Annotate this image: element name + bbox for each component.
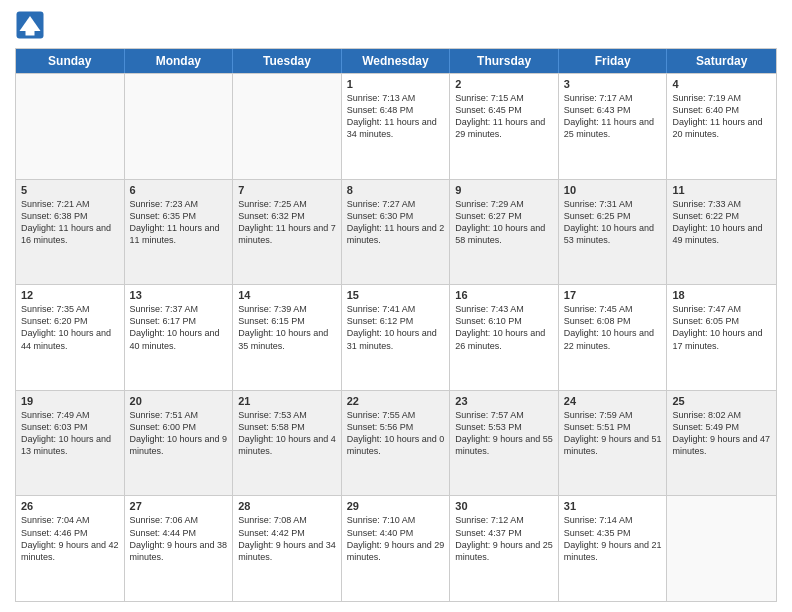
calendar-cell-empty	[125, 74, 234, 179]
calendar-cell-24: 24Sunrise: 7:59 AMSunset: 5:51 PMDayligh…	[559, 391, 668, 496]
day-number: 1	[347, 78, 445, 90]
cell-info: Sunrise: 7:08 AMSunset: 4:42 PMDaylight:…	[238, 514, 336, 563]
cell-info: Sunrise: 7:41 AMSunset: 6:12 PMDaylight:…	[347, 303, 445, 352]
day-number: 29	[347, 500, 445, 512]
calendar-cell-9: 9Sunrise: 7:29 AMSunset: 6:27 PMDaylight…	[450, 180, 559, 285]
day-number: 12	[21, 289, 119, 301]
calendar-row-3: 12Sunrise: 7:35 AMSunset: 6:20 PMDayligh…	[16, 284, 776, 390]
header	[15, 10, 777, 40]
calendar-cell-4: 4Sunrise: 7:19 AMSunset: 6:40 PMDaylight…	[667, 74, 776, 179]
calendar-header: SundayMondayTuesdayWednesdayThursdayFrid…	[16, 49, 776, 73]
day-header-thursday: Thursday	[450, 49, 559, 73]
calendar-cell-18: 18Sunrise: 7:47 AMSunset: 6:05 PMDayligh…	[667, 285, 776, 390]
day-header-tuesday: Tuesday	[233, 49, 342, 73]
calendar-cell-1: 1Sunrise: 7:13 AMSunset: 6:48 PMDaylight…	[342, 74, 451, 179]
day-number: 15	[347, 289, 445, 301]
day-number: 4	[672, 78, 771, 90]
calendar-row-2: 5Sunrise: 7:21 AMSunset: 6:38 PMDaylight…	[16, 179, 776, 285]
day-number: 30	[455, 500, 553, 512]
calendar-cell-29: 29Sunrise: 7:10 AMSunset: 4:40 PMDayligh…	[342, 496, 451, 601]
cell-info: Sunrise: 7:15 AMSunset: 6:45 PMDaylight:…	[455, 92, 553, 141]
day-number: 13	[130, 289, 228, 301]
calendar-cell-19: 19Sunrise: 7:49 AMSunset: 6:03 PMDayligh…	[16, 391, 125, 496]
calendar-cell-empty	[233, 74, 342, 179]
day-number: 26	[21, 500, 119, 512]
cell-info: Sunrise: 7:43 AMSunset: 6:10 PMDaylight:…	[455, 303, 553, 352]
cell-info: Sunrise: 7:13 AMSunset: 6:48 PMDaylight:…	[347, 92, 445, 141]
day-number: 25	[672, 395, 771, 407]
day-number: 16	[455, 289, 553, 301]
day-number: 6	[130, 184, 228, 196]
calendar-cell-20: 20Sunrise: 7:51 AMSunset: 6:00 PMDayligh…	[125, 391, 234, 496]
cell-info: Sunrise: 7:31 AMSunset: 6:25 PMDaylight:…	[564, 198, 662, 247]
day-header-monday: Monday	[125, 49, 234, 73]
day-number: 7	[238, 184, 336, 196]
calendar-cell-11: 11Sunrise: 7:33 AMSunset: 6:22 PMDayligh…	[667, 180, 776, 285]
calendar-row-4: 19Sunrise: 7:49 AMSunset: 6:03 PMDayligh…	[16, 390, 776, 496]
day-number: 28	[238, 500, 336, 512]
cell-info: Sunrise: 7:06 AMSunset: 4:44 PMDaylight:…	[130, 514, 228, 563]
day-number: 24	[564, 395, 662, 407]
calendar-cell-17: 17Sunrise: 7:45 AMSunset: 6:08 PMDayligh…	[559, 285, 668, 390]
cell-info: Sunrise: 7:45 AMSunset: 6:08 PMDaylight:…	[564, 303, 662, 352]
calendar-row-1: 1Sunrise: 7:13 AMSunset: 6:48 PMDaylight…	[16, 73, 776, 179]
day-number: 2	[455, 78, 553, 90]
day-header-sunday: Sunday	[16, 49, 125, 73]
calendar-cell-14: 14Sunrise: 7:39 AMSunset: 6:15 PMDayligh…	[233, 285, 342, 390]
day-number: 19	[21, 395, 119, 407]
cell-info: Sunrise: 7:37 AMSunset: 6:17 PMDaylight:…	[130, 303, 228, 352]
day-number: 9	[455, 184, 553, 196]
cell-info: Sunrise: 7:25 AMSunset: 6:32 PMDaylight:…	[238, 198, 336, 247]
day-number: 5	[21, 184, 119, 196]
calendar-cell-3: 3Sunrise: 7:17 AMSunset: 6:43 PMDaylight…	[559, 74, 668, 179]
cell-info: Sunrise: 7:57 AMSunset: 5:53 PMDaylight:…	[455, 409, 553, 458]
cell-info: Sunrise: 7:17 AMSunset: 6:43 PMDaylight:…	[564, 92, 662, 141]
day-number: 23	[455, 395, 553, 407]
cell-info: Sunrise: 7:53 AMSunset: 5:58 PMDaylight:…	[238, 409, 336, 458]
page: SundayMondayTuesdayWednesdayThursdayFrid…	[0, 0, 792, 612]
calendar-cell-22: 22Sunrise: 7:55 AMSunset: 5:56 PMDayligh…	[342, 391, 451, 496]
calendar-cell-26: 26Sunrise: 7:04 AMSunset: 4:46 PMDayligh…	[16, 496, 125, 601]
calendar-row-5: 26Sunrise: 7:04 AMSunset: 4:46 PMDayligh…	[16, 495, 776, 601]
cell-info: Sunrise: 7:12 AMSunset: 4:37 PMDaylight:…	[455, 514, 553, 563]
calendar-cell-empty	[667, 496, 776, 601]
calendar-cell-empty	[16, 74, 125, 179]
cell-info: Sunrise: 7:33 AMSunset: 6:22 PMDaylight:…	[672, 198, 771, 247]
day-number: 21	[238, 395, 336, 407]
day-header-friday: Friday	[559, 49, 668, 73]
calendar-cell-7: 7Sunrise: 7:25 AMSunset: 6:32 PMDaylight…	[233, 180, 342, 285]
calendar-cell-15: 15Sunrise: 7:41 AMSunset: 6:12 PMDayligh…	[342, 285, 451, 390]
day-number: 18	[672, 289, 771, 301]
day-number: 8	[347, 184, 445, 196]
day-number: 17	[564, 289, 662, 301]
day-header-wednesday: Wednesday	[342, 49, 451, 73]
cell-info: Sunrise: 7:27 AMSunset: 6:30 PMDaylight:…	[347, 198, 445, 247]
calendar-cell-2: 2Sunrise: 7:15 AMSunset: 6:45 PMDaylight…	[450, 74, 559, 179]
cell-info: Sunrise: 8:02 AMSunset: 5:49 PMDaylight:…	[672, 409, 771, 458]
cell-info: Sunrise: 7:49 AMSunset: 6:03 PMDaylight:…	[21, 409, 119, 458]
cell-info: Sunrise: 7:35 AMSunset: 6:20 PMDaylight:…	[21, 303, 119, 352]
calendar: SundayMondayTuesdayWednesdayThursdayFrid…	[15, 48, 777, 602]
cell-info: Sunrise: 7:51 AMSunset: 6:00 PMDaylight:…	[130, 409, 228, 458]
calendar-cell-31: 31Sunrise: 7:14 AMSunset: 4:35 PMDayligh…	[559, 496, 668, 601]
cell-info: Sunrise: 7:39 AMSunset: 6:15 PMDaylight:…	[238, 303, 336, 352]
calendar-cell-21: 21Sunrise: 7:53 AMSunset: 5:58 PMDayligh…	[233, 391, 342, 496]
svg-rect-2	[26, 31, 35, 36]
calendar-cell-10: 10Sunrise: 7:31 AMSunset: 6:25 PMDayligh…	[559, 180, 668, 285]
day-number: 14	[238, 289, 336, 301]
calendar-cell-16: 16Sunrise: 7:43 AMSunset: 6:10 PMDayligh…	[450, 285, 559, 390]
calendar-cell-6: 6Sunrise: 7:23 AMSunset: 6:35 PMDaylight…	[125, 180, 234, 285]
calendar-cell-25: 25Sunrise: 8:02 AMSunset: 5:49 PMDayligh…	[667, 391, 776, 496]
calendar-cell-28: 28Sunrise: 7:08 AMSunset: 4:42 PMDayligh…	[233, 496, 342, 601]
day-header-saturday: Saturday	[667, 49, 776, 73]
cell-info: Sunrise: 7:04 AMSunset: 4:46 PMDaylight:…	[21, 514, 119, 563]
calendar-cell-27: 27Sunrise: 7:06 AMSunset: 4:44 PMDayligh…	[125, 496, 234, 601]
day-number: 10	[564, 184, 662, 196]
calendar-cell-23: 23Sunrise: 7:57 AMSunset: 5:53 PMDayligh…	[450, 391, 559, 496]
cell-info: Sunrise: 7:21 AMSunset: 6:38 PMDaylight:…	[21, 198, 119, 247]
cell-info: Sunrise: 7:29 AMSunset: 6:27 PMDaylight:…	[455, 198, 553, 247]
calendar-body: 1Sunrise: 7:13 AMSunset: 6:48 PMDaylight…	[16, 73, 776, 601]
day-number: 22	[347, 395, 445, 407]
cell-info: Sunrise: 7:55 AMSunset: 5:56 PMDaylight:…	[347, 409, 445, 458]
cell-info: Sunrise: 7:19 AMSunset: 6:40 PMDaylight:…	[672, 92, 771, 141]
